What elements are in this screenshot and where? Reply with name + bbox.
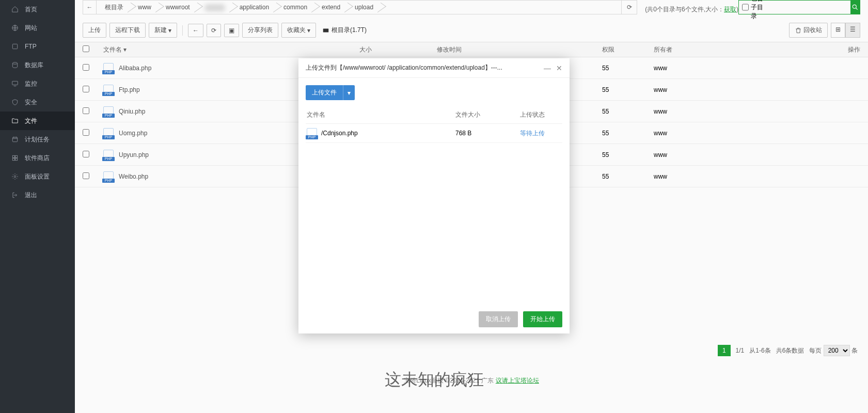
php-file-icon — [307, 128, 317, 138]
upload-file-name: /Cdnjson.php — [321, 130, 358, 137]
upload-col-size: 文件大小 — [455, 110, 520, 119]
modal-overlay: 上传文件到【/www/wwwroot/ /application/common/… — [0, 0, 868, 413]
close-icon[interactable]: ✕ — [556, 64, 562, 72]
upload-col-status: 上传状态 — [520, 110, 561, 119]
upload-row: /Cdnjson.php768 B等待上传 — [306, 124, 562, 143]
minimize-icon[interactable]: — — [544, 64, 551, 72]
choose-file-button[interactable]: 上传文件 — [306, 85, 343, 100]
start-upload-button[interactable]: 开始上传 — [523, 311, 562, 327]
upload-modal: 上传文件到【/www/wwwroot/ /application/common/… — [298, 58, 570, 333]
upload-col-name: 文件名 — [307, 110, 455, 119]
upload-file-size: 768 B — [455, 130, 520, 137]
choose-file-caret[interactable]: ▾ — [343, 85, 355, 100]
cancel-upload-button[interactable]: 取消上传 — [479, 311, 518, 327]
modal-title: 上传文件到【/www/wwwroot/ /application/common/… — [306, 63, 539, 72]
upload-file-status: 等待上传 — [520, 129, 561, 138]
